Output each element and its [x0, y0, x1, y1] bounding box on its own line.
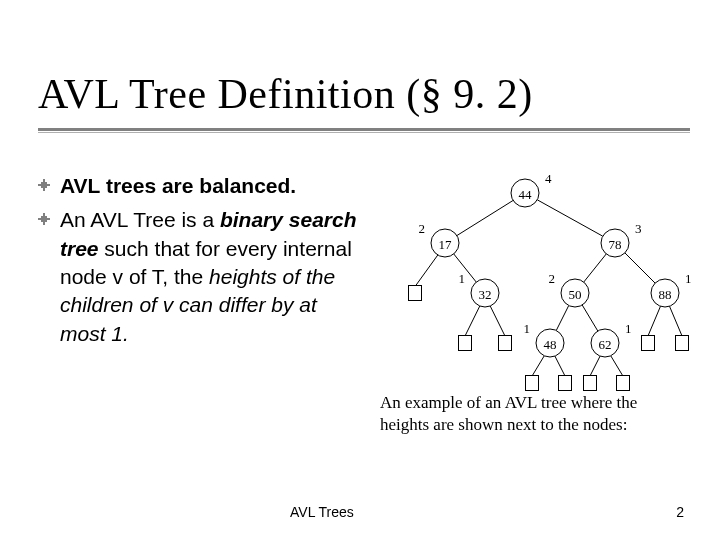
svg-line-10: [648, 306, 660, 336]
svg-line-12: [532, 356, 544, 376]
tree-leaf: [559, 376, 572, 391]
height-label: 4: [545, 171, 552, 186]
svg-text:50: 50: [569, 287, 582, 302]
height-label: 3: [635, 221, 642, 236]
svg-line-13: [555, 356, 565, 376]
bullet-icon: [38, 179, 50, 191]
avl-tree-diagram: 444172783321502881481621: [380, 165, 700, 385]
height-label: 2: [419, 221, 426, 236]
tree-leaf: [642, 336, 655, 351]
body-text: AVL trees are balanced. An AVL Tree is a…: [38, 172, 368, 354]
svg-text:78: 78: [609, 237, 622, 252]
svg-text:44: 44: [519, 187, 533, 202]
svg-line-15: [611, 356, 623, 376]
svg-line-4: [465, 306, 480, 336]
tree-leaf: [584, 376, 597, 391]
svg-line-1: [537, 200, 603, 236]
height-label: 1: [524, 321, 531, 336]
svg-line-9: [582, 305, 598, 331]
svg-text:17: 17: [439, 237, 453, 252]
tree-leaf: [526, 376, 539, 391]
tree-leaf: [676, 336, 689, 351]
svg-line-2: [415, 255, 438, 287]
svg-line-8: [556, 306, 568, 331]
tree-node: 32: [471, 279, 499, 307]
svg-line-7: [625, 253, 655, 283]
svg-line-14: [590, 356, 600, 376]
diagram-caption: An example of an AVL tree where the heig…: [380, 392, 700, 436]
bullet-1: AVL trees are balanced.: [38, 172, 368, 200]
svg-text:88: 88: [659, 287, 672, 302]
svg-line-11: [670, 306, 682, 336]
tree-leaf: [617, 376, 630, 391]
tree-node: 88: [651, 279, 679, 307]
bullet-2: An AVL Tree is a binary search tree such…: [38, 206, 368, 348]
height-label: 1: [625, 321, 632, 336]
page-number: 2: [676, 504, 684, 520]
slide: AVL Tree Definition (§ 9. 2) AVL trees a…: [0, 0, 720, 540]
height-label: 2: [549, 271, 556, 286]
svg-text:48: 48: [544, 337, 557, 352]
slide-title: AVL Tree Definition (§ 9. 2): [38, 70, 533, 118]
svg-line-5: [490, 306, 505, 336]
bullet-icon: [38, 213, 50, 225]
svg-line-3: [454, 254, 477, 282]
tree-svg: 444172783321502881481621: [380, 165, 700, 395]
footer-title: AVL Trees: [290, 504, 354, 520]
title-underline-shadow: [38, 132, 690, 133]
tree-node: 48: [536, 329, 564, 357]
tree-node: 44: [511, 179, 539, 207]
tree-node: 50: [561, 279, 589, 307]
svg-line-0: [457, 200, 513, 235]
tree-node: 17: [431, 229, 459, 257]
tree-node: 78: [601, 229, 629, 257]
tree-leaf: [409, 286, 422, 301]
tree-node: 62: [591, 329, 619, 357]
title-underline: [38, 128, 690, 131]
svg-line-6: [584, 254, 607, 282]
svg-text:32: 32: [479, 287, 492, 302]
height-label: 1: [685, 271, 692, 286]
bullet-1-text: AVL trees are balanced.: [60, 174, 296, 197]
svg-text:62: 62: [599, 337, 612, 352]
tree-leaf: [499, 336, 512, 351]
tree-leaf: [459, 336, 472, 351]
height-label: 1: [459, 271, 466, 286]
bullet-2-text: An AVL Tree is a binary search tree such…: [60, 208, 357, 344]
